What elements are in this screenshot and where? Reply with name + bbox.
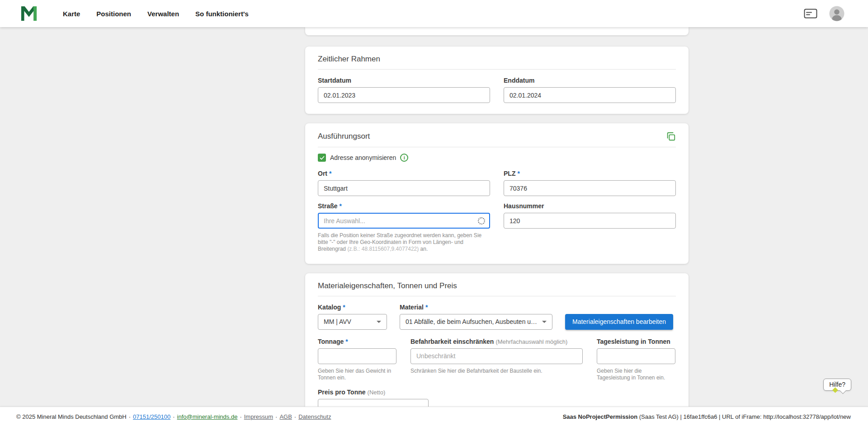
top-navbar: Karte Positionen Verwalten So funktionie… [0, 0, 868, 27]
tonnage-hint: Geben Sie hier das Gewicht in Tonnen ein… [318, 368, 396, 381]
copy-icon[interactable] [666, 131, 676, 141]
preis-input[interactable] [318, 399, 429, 407]
footer-datenschutz-link[interactable]: Datenschutz [298, 413, 331, 420]
section-title-zeitlicher-rahmen: Zeitlicher Rahmen [318, 55, 676, 64]
section-title-material: Materialeigenschaften, Tonnen und Preis [318, 281, 676, 290]
anonymize-label: Adresse anonymisieren [330, 154, 396, 161]
card-zeitlicher-rahmen: Zeitlicher Rahmen Startdatum Enddatum [305, 47, 689, 114]
startdatum-field: Startdatum [318, 77, 490, 103]
befahrbarkeit-label: Befahrbarkeit einschränken(Mehrfachauswa… [410, 338, 583, 345]
tonnage-label: Tonnage* [318, 338, 396, 345]
card-partial-top [305, 27, 689, 35]
footer-environment-info: Saas NoProjectPermission (Saas Test AG) … [563, 413, 851, 420]
material-select[interactable]: 01 Abfälle, die beim Aufsuchen, Ausbeute… [400, 314, 552, 330]
nav-item-so-funktionierts[interactable]: So funktioniert's [195, 10, 249, 18]
nav-item-verwalten[interactable]: Verwalten [147, 10, 179, 18]
tagesleistung-hint: Geben Sie hier die Tagesleistung in Tonn… [597, 368, 675, 381]
chevron-down-icon [542, 321, 547, 323]
card-ausfuehrungsort: Ausführungsort Adresse anonymisieren i [305, 123, 689, 264]
befahrbarkeit-input[interactable] [410, 348, 583, 364]
hausnummer-label: Hausnummer [504, 202, 676, 210]
section-title-ausfuehrungsort: Ausführungsort [318, 132, 370, 141]
material-field: Material* 01 Abfälle, die beim Aufsuchen… [400, 304, 552, 330]
timeframe-row: Startdatum Enddatum [318, 77, 676, 103]
enddatum-field: Enddatum [504, 77, 676, 103]
plz-label: PLZ* [504, 170, 676, 177]
preis-row: Preis pro Tonne(Netto) [318, 389, 676, 407]
credit-card-icon [804, 9, 817, 19]
main-scroll-area: Zeitlicher Rahmen Startdatum Enddatum Au… [0, 27, 868, 407]
hausnummer-field: Hausnummer [504, 202, 676, 253]
katalog-field: Katalog* MM | AVV [318, 304, 387, 330]
strasse-hausnummer-row: Straße* Falls die Position keiner Straße… [318, 202, 676, 253]
ausfuehrungsort-title-row: Ausführungsort [318, 131, 676, 141]
material-label: Material* [400, 304, 552, 311]
nav-item-positionen[interactable]: Positionen [96, 10, 131, 18]
help-button[interactable]: Hilfe? [823, 379, 851, 391]
footer-copyright: © 2025 Mineral Minds Deutschland GmbH [16, 413, 127, 420]
enddatum-label: Enddatum [504, 77, 676, 84]
anonymize-row: Adresse anonymisieren i [318, 154, 676, 162]
ort-label: Ort* [318, 170, 490, 177]
ort-field: Ort* [318, 170, 490, 196]
main-nav: Karte Positionen Verwalten So funktionie… [63, 10, 249, 18]
strasse-hint: Falls die Position keiner Straße zugeord… [318, 232, 489, 253]
billing-card-button[interactable] [804, 9, 817, 19]
footer: © 2025 Mineral Minds Deutschland GmbH·07… [0, 407, 868, 426]
tagesleistung-input[interactable] [597, 348, 675, 364]
katalog-material-row: Katalog* MM | AVV Material* 01 Abfälle, … [318, 304, 676, 330]
ort-input[interactable] [318, 180, 490, 196]
nav-item-karte[interactable]: Karte [63, 10, 80, 18]
enddatum-input[interactable] [504, 87, 676, 103]
katalog-select[interactable]: MM | AVV [318, 314, 387, 330]
footer-tenant-details: (Saas Test AG) | 16fae1ffc6a6 | URL of i… [637, 413, 851, 420]
plz-field: PLZ* [504, 170, 676, 196]
divider [318, 296, 676, 296]
anonymize-checkbox[interactable] [318, 154, 326, 162]
help-button-label: Hilfe? [829, 381, 845, 388]
info-icon[interactable]: i [400, 154, 408, 162]
divider [318, 69, 676, 70]
preis-field: Preis pro Tonne(Netto) [318, 389, 429, 407]
footer-impressum-link[interactable]: Impressum [244, 413, 273, 420]
startdatum-label: Startdatum [318, 77, 490, 84]
katalog-select-value: MM | AVV [324, 318, 351, 325]
ort-plz-row: Ort* PLZ* [318, 170, 676, 196]
loading-spinner-icon [478, 217, 485, 225]
footer-phone-link[interactable]: 07151/250100 [133, 413, 170, 420]
card-materialeigenschaften: Materialeigenschaften, Tonnen und Preis … [305, 273, 689, 407]
mineral-minds-logo-icon [20, 5, 38, 22]
form-column: Zeitlicher Rahmen Startdatum Enddatum Au… [305, 27, 689, 407]
tagesleistung-field: Tagesleistung in Tonnen Geben Sie hier d… [597, 338, 675, 381]
navbar-right [804, 6, 844, 21]
footer-email-link[interactable]: info@mineral-minds.de [177, 413, 238, 420]
user-avatar[interactable] [829, 6, 844, 21]
tagesleistung-label: Tagesleistung in Tonnen [597, 338, 675, 345]
footer-tenant-name: Saas NoProjectPermission [563, 413, 637, 420]
footer-left: © 2025 Mineral Minds Deutschland GmbH·07… [16, 413, 331, 420]
startdatum-input[interactable] [318, 87, 490, 103]
strasse-input[interactable] [318, 213, 490, 229]
katalog-label: Katalog* [318, 304, 387, 311]
strasse-field: Straße* Falls die Position keiner Straße… [318, 202, 490, 253]
brand-logo[interactable] [20, 5, 38, 22]
chevron-down-icon [377, 321, 381, 323]
tonnage-input[interactable] [318, 348, 396, 364]
befahrbarkeit-hint: Schränken Sie hier die Befahrbarkeit der… [410, 368, 583, 375]
tonnage-field: Tonnage* Geben Sie hier das Gewicht in T… [318, 338, 396, 381]
plz-input[interactable] [504, 180, 676, 196]
hausnummer-input[interactable] [504, 213, 676, 229]
tonnage-row: Tonnage* Geben Sie hier das Gewicht in T… [318, 338, 676, 381]
materialeigenschaften-bearbeiten-button[interactable]: Materialeigenschaften bearbeiten [565, 314, 673, 330]
material-select-value: 01 Abfälle, die beim Aufsuchen, Ausbeute… [406, 318, 538, 325]
divider [318, 147, 676, 147]
preis-label: Preis pro Tonne(Netto) [318, 389, 429, 396]
person-icon [829, 6, 844, 21]
befahrbarkeit-field: Befahrbarkeit einschränken(Mehrfachauswa… [410, 338, 583, 381]
strasse-input-wrap [318, 213, 490, 229]
check-icon [319, 155, 325, 161]
footer-agb-link[interactable]: AGB [279, 413, 292, 420]
strasse-label: Straße* [318, 202, 490, 210]
